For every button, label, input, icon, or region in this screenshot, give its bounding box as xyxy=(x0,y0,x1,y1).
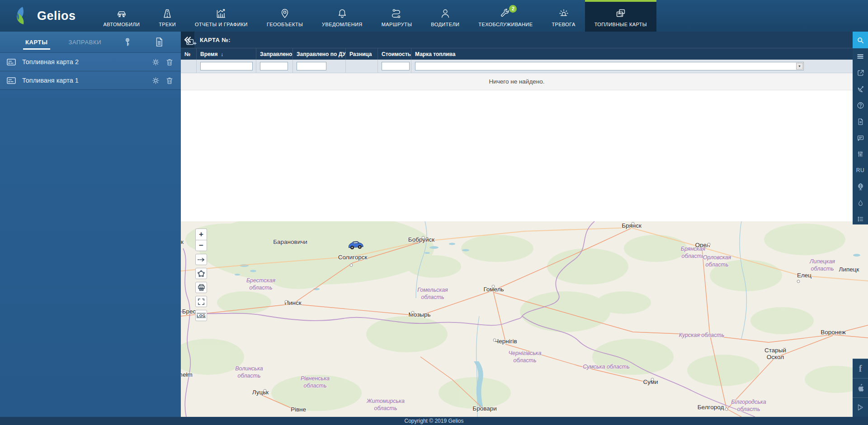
map-city-label: Воронеж xyxy=(821,329,845,336)
map-city-label: Барановичи xyxy=(273,238,307,245)
trash-icon[interactable] xyxy=(165,75,175,85)
map-region-label: Курская область xyxy=(679,332,725,339)
nav-item-reports[interactable]: ОТЧЕТЫ И ГРАФИКИ xyxy=(185,0,257,32)
fuel-card-panel: КАРТА №: № Время ↓ Заправлено Заправлено… xyxy=(181,32,853,221)
map-city-label: Рівне xyxy=(291,406,306,413)
reports-button[interactable] xyxy=(853,113,868,130)
fuel-card-row[interactable]: Топливаня карта 1 xyxy=(0,71,181,90)
fullscreen-icon xyxy=(197,297,206,306)
card-icon xyxy=(7,58,16,66)
column-header-difference[interactable]: Разница xyxy=(345,48,377,60)
google-play-button[interactable] xyxy=(853,397,868,417)
map-city-marker xyxy=(651,378,654,381)
vehicle-marker-icon[interactable] xyxy=(347,239,365,251)
filter-fueled-input[interactable] xyxy=(260,62,288,70)
nav-item-alarm[interactable]: ТРЕВОГА xyxy=(542,0,585,32)
column-header-fuel-brand[interactable]: Марка топлива xyxy=(411,48,853,60)
map-city-label: Чернігів xyxy=(495,338,517,345)
nav-item-tracks[interactable]: ТРЕКИ xyxy=(149,0,185,32)
chat-icon xyxy=(856,134,865,142)
fuel-brand-select[interactable]: ▼ xyxy=(415,62,804,70)
help-button[interactable] xyxy=(853,97,868,113)
map-city-marker xyxy=(350,264,353,267)
filter-fueled-dut-input[interactable] xyxy=(297,62,326,70)
map-city-label: Бровари xyxy=(472,405,496,412)
nav-item-maintenance[interactable]: 2 ТЕХОБСЛУЖИВАНИЕ xyxy=(469,0,542,32)
print-button[interactable] xyxy=(195,282,207,293)
column-header-cost[interactable]: Стоимость xyxy=(377,48,411,60)
log-button[interactable]: LOG xyxy=(195,310,207,321)
zoom-in-button[interactable]: + xyxy=(195,229,207,240)
map-region-label: Житомирська область xyxy=(367,397,405,412)
search-button[interactable] xyxy=(853,32,868,48)
apple-icon xyxy=(856,383,865,393)
card-icon xyxy=(7,77,16,84)
fullscreen-button[interactable] xyxy=(195,296,207,307)
column-header-fueled-dut[interactable]: Заправлено по ДУТ xyxy=(292,48,345,60)
map[interactable]: БарановичиБобруйскБрянскОрелСолигорскГом… xyxy=(181,221,868,417)
filter-time-input[interactable] xyxy=(200,62,253,70)
zoom-out-button[interactable]: − xyxy=(195,240,207,251)
column-header-fueled[interactable]: Заправлено xyxy=(256,48,292,60)
tab-cards[interactable]: КАРТЫ xyxy=(25,32,48,52)
question-mark-icon xyxy=(856,101,865,110)
globe-icon xyxy=(856,182,865,191)
logo[interactable]: Gelios xyxy=(0,0,94,32)
bulleted-list-icon xyxy=(856,215,864,223)
add-card-icon[interactable] xyxy=(185,36,197,48)
wrench-icon: 2 xyxy=(500,7,511,20)
file-icon xyxy=(857,118,864,126)
map-city-marker xyxy=(422,236,425,239)
chart-icon xyxy=(215,7,227,20)
nav-item-routes[interactable]: МАРШРУТЫ xyxy=(372,0,422,32)
hamburger-menu-icon xyxy=(856,52,865,61)
fuel-card-row[interactable]: Топливная карта 2 xyxy=(0,53,181,71)
column-header-time[interactable]: Время ↓ xyxy=(196,48,256,60)
map-region-label: Білгородська область xyxy=(731,398,766,413)
fuel-drop-button[interactable] xyxy=(853,195,868,211)
map-region-label: Брестская область xyxy=(246,277,275,292)
key-icon[interactable] xyxy=(122,36,133,48)
globe-button[interactable] xyxy=(853,178,868,195)
external-link-icon xyxy=(856,69,865,77)
nav-item-drivers[interactable]: ВОДИТЕЛИ xyxy=(421,0,469,32)
menu-button[interactable] xyxy=(853,48,868,65)
map-city-marker xyxy=(708,243,711,246)
trash-icon[interactable] xyxy=(165,57,175,67)
right-toolbar: RU xyxy=(853,32,868,224)
nav-item-fuel-cards[interactable]: ТОПЛИВНЫЕ КАРТЫ xyxy=(585,0,656,32)
dashed-arrow-icon xyxy=(196,255,206,265)
nav-item-geoobjects[interactable]: ГЕООБЪЕКТЫ xyxy=(257,0,312,32)
map-region-label: Волинська область xyxy=(235,365,263,380)
apple-button[interactable] xyxy=(853,378,868,397)
language-button[interactable]: RU xyxy=(853,162,868,178)
map-region-label: Брянская область xyxy=(681,245,705,260)
map-city-label: к xyxy=(181,238,184,245)
facebook-button[interactable]: f xyxy=(853,359,868,378)
nav-item-vehicles[interactable]: АВТОМОБИЛИ xyxy=(94,0,150,32)
empty-results-message: Ничего не найдено. xyxy=(181,73,853,90)
settings-icon[interactable] xyxy=(151,57,160,67)
follow-track-button[interactable] xyxy=(195,254,207,265)
settings-icon[interactable] xyxy=(151,75,160,85)
sliders-icon xyxy=(856,150,864,158)
list-button[interactable] xyxy=(853,211,868,227)
tab-refuels[interactable]: ЗАПРАВКИ xyxy=(69,32,102,52)
nav-item-notifications[interactable]: УВЕДОМЛЕНИЯ xyxy=(312,0,372,32)
map-city-label: Белгород xyxy=(698,404,724,411)
settings-sliders-button[interactable] xyxy=(853,146,868,162)
filter-cost-input[interactable] xyxy=(382,62,410,70)
expand-window-button[interactable] xyxy=(853,65,868,81)
car-icon xyxy=(116,7,127,20)
map-city-marker xyxy=(797,280,800,283)
map-city-marker xyxy=(725,408,728,411)
water-drop-icon xyxy=(857,199,864,207)
draw-polygon-button[interactable] xyxy=(195,268,207,279)
panel-header: КАРТА №: xyxy=(181,32,853,48)
map-city-marker xyxy=(493,339,496,342)
column-header-number[interactable]: № xyxy=(181,48,196,60)
printer-icon xyxy=(197,283,206,292)
satellite-button[interactable] xyxy=(853,81,868,97)
chat-button[interactable] xyxy=(853,130,868,146)
document-icon[interactable] xyxy=(154,36,165,48)
